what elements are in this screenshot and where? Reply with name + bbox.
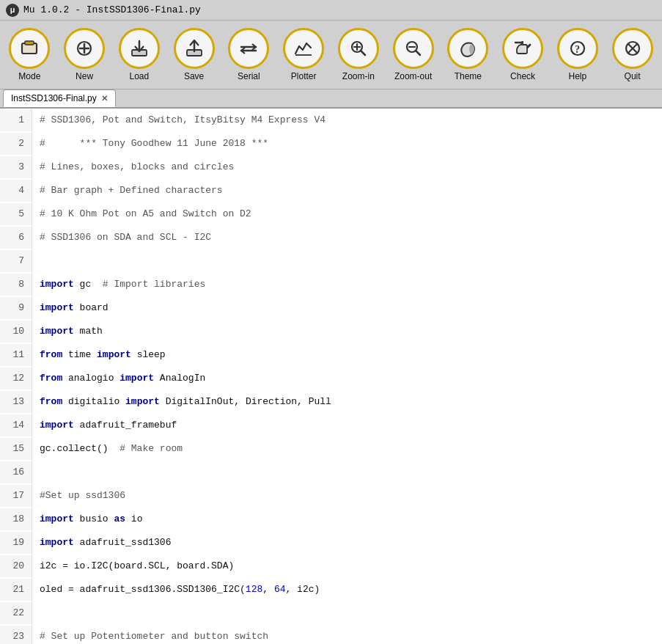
- line-number: 11: [0, 344, 32, 366]
- code-line: 19import adafruit_ssd1306: [0, 531, 662, 555]
- theme-button[interactable]: Theme: [441, 25, 495, 84]
- line-number: 10: [0, 321, 32, 343]
- code-line: 20i2c = io.I2C(board.SCL, board.SDA): [0, 555, 662, 578]
- line-number: 14: [0, 414, 32, 436]
- line-number: 12: [0, 367, 32, 389]
- help-button[interactable]: ? Help: [551, 25, 605, 84]
- app-icon: μ: [6, 4, 19, 17]
- line-code[interactable]: oled = adafruit_ssd1306.SSD1306_I2C(128,…: [32, 580, 320, 599]
- line-number: 3: [0, 156, 32, 178]
- code-line: 6# SSD1306 on SDA and SCL - I2C: [0, 226, 662, 249]
- line-number: 20: [0, 555, 32, 577]
- tab-close-button[interactable]: ✕: [101, 94, 108, 103]
- svg-text:?: ?: [575, 44, 580, 55]
- line-code[interactable]: # SSD1306 on SDA and SCL - I2C: [32, 228, 211, 247]
- line-code[interactable]: import adafruit_ssd1306: [32, 533, 171, 552]
- code-line: 10import math: [0, 320, 662, 343]
- zoom-in-label: Zoom-in: [342, 71, 375, 81]
- line-code[interactable]: # SSD1306, Pot and Switch, ItsyBitsy M4 …: [32, 111, 326, 130]
- line-number: 2: [0, 133, 32, 155]
- line-code[interactable]: import busio as io: [32, 510, 142, 529]
- line-code[interactable]: # Lines, boxes, blocks and circles: [32, 158, 234, 177]
- line-code[interactable]: import gc # Import libraries: [32, 275, 205, 294]
- code-line: 18import busio as io: [0, 508, 662, 531]
- new-label: New: [76, 71, 93, 81]
- tab-bar: InstSSD1306-Final.py ✕: [0, 89, 662, 109]
- check-label: Check: [510, 71, 535, 81]
- line-code[interactable]: # Bar graph + Defined characters: [32, 181, 223, 200]
- code-line: 3# Lines, boxes, blocks and circles: [0, 155, 662, 179]
- code-line: 9import board: [0, 296, 662, 320]
- line-code[interactable]: from analogio import AnalogIn: [32, 369, 205, 388]
- plotter-label: Plotter: [291, 71, 317, 81]
- code-line: 12from analogio import AnalogIn: [0, 367, 662, 390]
- editor[interactable]: 1# SSD1306, Pot and Switch, ItsyBitsy M4…: [0, 109, 662, 644]
- code-line: 21oled = adafruit_ssd1306.SSD1306_I2C(12…: [0, 578, 662, 601]
- line-code[interactable]: # *** Tony Goodhew 11 June 2018 ***: [32, 134, 268, 153]
- zoom-out-button[interactable]: Zoom-out: [386, 25, 440, 84]
- theme-label: Theme: [455, 71, 482, 81]
- load-label: Load: [130, 71, 150, 81]
- line-code[interactable]: #Set up ssd1306: [32, 486, 125, 505]
- line-number: 1: [0, 109, 32, 131]
- help-label: Help: [569, 71, 587, 81]
- line-code[interactable]: import math: [32, 322, 103, 341]
- check-button[interactable]: Check: [496, 25, 550, 84]
- quit-label: Quit: [625, 71, 641, 81]
- code-line: 23# Set up Potentiometer and button swit…: [0, 625, 662, 644]
- zoom-in-button[interactable]: Zoom-in: [332, 25, 386, 84]
- line-code[interactable]: from digitalio import DigitalInOut, Dire…: [32, 392, 331, 411]
- save-button[interactable]: Save: [167, 25, 221, 84]
- line-number: 8: [0, 274, 32, 296]
- line-number: 5: [0, 203, 32, 225]
- line-code[interactable]: import adafruit_framebuf: [32, 416, 177, 435]
- line-code[interactable]: # 10 K Ohm Pot on A5 and Switch on D2: [32, 205, 251, 224]
- title-bar: μ Mu 1.0.2 - InstSSD1306-Final.py: [0, 0, 662, 21]
- svg-rect-1: [25, 41, 34, 45]
- save-label: Save: [184, 71, 204, 81]
- serial-button[interactable]: Serial: [222, 25, 276, 84]
- line-number: 19: [0, 532, 32, 554]
- line-code[interactable]: from time import sleep: [32, 345, 166, 365]
- svg-line-11: [361, 51, 365, 55]
- line-code[interactable]: import board: [32, 299, 109, 318]
- code-line: 14import adafruit_framebuf: [0, 414, 662, 437]
- load-button[interactable]: Load: [113, 25, 166, 84]
- line-number: 13: [0, 391, 32, 413]
- mode-button[interactable]: Mode: [3, 25, 56, 84]
- code-line: 11from time import sleep: [0, 343, 662, 367]
- toolbar: Mode New Load: [0, 21, 662, 89]
- code-line: 22: [0, 601, 662, 625]
- code-line: 15gc.collect() # Make room: [0, 437, 662, 461]
- line-code[interactable]: gc.collect() # Make room: [32, 439, 183, 458]
- mode-label: Mode: [18, 71, 40, 81]
- tab-instSSD1306[interactable]: InstSSD1306-Final.py ✕: [3, 89, 116, 107]
- line-number: 9: [0, 297, 32, 319]
- line-number: 6: [0, 227, 32, 249]
- code-line: 8import gc # Import libraries: [0, 273, 662, 296]
- line-number: 23: [0, 626, 32, 644]
- line-code[interactable]: # Set up Potentiometer and button switch: [32, 627, 268, 644]
- line-number: 7: [0, 250, 32, 272]
- zoom-out-label: Zoom-out: [394, 71, 432, 81]
- line-number: 16: [0, 461, 32, 483]
- plotter-button[interactable]: Plotter: [277, 25, 331, 84]
- svg-line-15: [416, 51, 420, 55]
- line-number: 15: [0, 438, 32, 460]
- quit-button[interactable]: Quit: [606, 25, 659, 84]
- code-line: 1# SSD1306, Pot and Switch, ItsyBitsy M4…: [0, 109, 662, 132]
- code-line: 5# 10 K Ohm Pot on A5 and Switch on D2: [0, 202, 662, 226]
- tab-label: InstSSD1306-Final.py: [11, 93, 97, 103]
- line-number: 18: [0, 508, 32, 530]
- code-line: 13from digitalio import DigitalInOut, Di…: [0, 390, 662, 414]
- code-line: 2# *** Tony Goodhew 11 June 2018 ***: [0, 132, 662, 155]
- new-button[interactable]: New: [58, 25, 111, 84]
- serial-label: Serial: [238, 71, 260, 81]
- line-number: 22: [0, 602, 32, 624]
- line-code[interactable]: i2c = io.I2C(board.SCL, board.SDA): [32, 557, 234, 576]
- code-line: 7: [0, 249, 662, 273]
- line-number: 21: [0, 579, 32, 601]
- line-number: 4: [0, 180, 32, 202]
- code-line: 16: [0, 461, 662, 484]
- title-text: Mu 1.0.2 - InstSSD1306-Final.py: [23, 4, 201, 15]
